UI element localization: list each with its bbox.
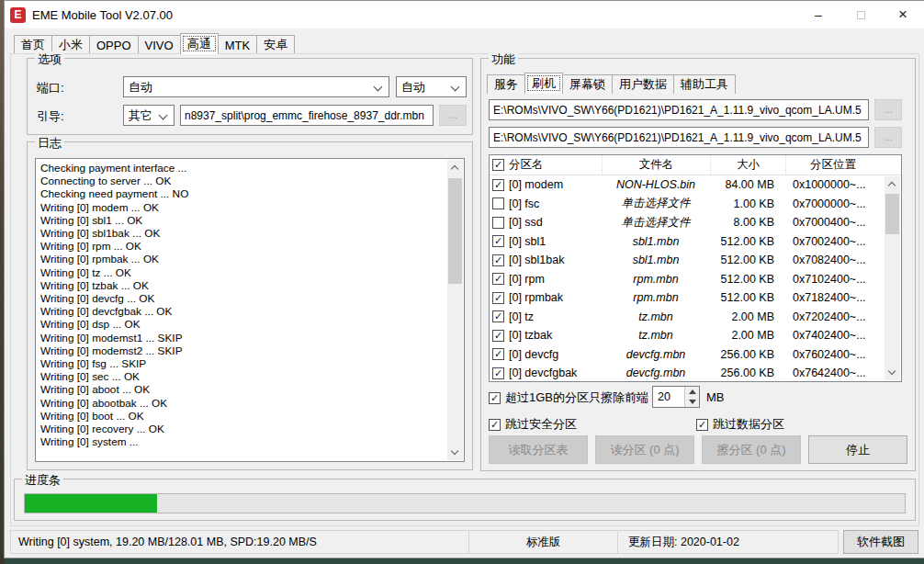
erase-head-size-value[interactable]: 20 [653, 387, 684, 407]
log-group-label: 日志 [35, 135, 64, 152]
table-row[interactable]: ✓[0] devcfgdevcfg.mbn256.00 KB0x7602400~… [490, 345, 885, 365]
maximize-icon [857, 11, 865, 19]
functions-group: 功能 服务刷机屏幕锁用户数据辅助工具 ... ... ✓ 分区名 文件名 大小 … [480, 58, 916, 471]
row-checkbox[interactable]: ✓ [492, 179, 504, 191]
action-button-row: 读取分区表读分区 (0 点)擦分区 (0 点)停止 [489, 435, 907, 464]
partition-file[interactable]: 单击选择文件 [602, 215, 710, 231]
erase-head-checkbox[interactable]: ✓ [489, 392, 501, 404]
partition-file[interactable]: sbl1.mbn [602, 254, 710, 266]
skip-secure-option[interactable]: ✓ 跳过安全分区 [489, 416, 577, 433]
scroll-up-icon[interactable] [447, 160, 463, 175]
partition-size: 1.00 KB [710, 197, 785, 210]
row-checkbox[interactable]: ✓ [492, 348, 504, 360]
skip-data-checkbox[interactable]: ✓ [696, 419, 708, 431]
main-tab-7[interactable]: 安卓 [256, 35, 295, 54]
progress-bar [24, 493, 906, 513]
action-button[interactable]: 读分区 (0 点) [595, 435, 694, 464]
table-row[interactable]: [0] ssd单击选择文件8.00 KB0x7000400~... [490, 213, 885, 232]
row-checkbox[interactable]: ✓ [492, 235, 504, 247]
functions-tab-4[interactable]: 用户数据 [612, 74, 674, 94]
partition-name: [0] rpm [509, 273, 545, 286]
minimize-button[interactable]: – [797, 1, 839, 28]
partition-file[interactable]: rpm.mbn [602, 291, 710, 304]
column-header[interactable]: 分区名 [509, 157, 544, 173]
progress-group-label: 进度条 [22, 472, 63, 489]
partition-file[interactable]: sbl1.mbn [602, 235, 710, 248]
screenshot-button[interactable]: 软件截图 [843, 530, 918, 554]
rom-path-input-2[interactable] [489, 127, 869, 148]
log-scrollbar[interactable] [447, 160, 463, 460]
stepper-down-icon[interactable] [685, 397, 699, 407]
scroll-down-icon[interactable] [447, 445, 463, 460]
partition-file[interactable]: tz.mbn [602, 310, 710, 323]
boot-browse-button[interactable]: ... [439, 105, 467, 126]
table-row[interactable]: ✓[0] devcfgbakdevcfg.mbn256.00 KB0x76424… [490, 364, 885, 381]
rom-path-input-1[interactable] [489, 99, 869, 120]
table-scrollbar[interactable] [885, 176, 900, 380]
log-group: 日志 Checking payment interface ... Connec… [27, 141, 473, 470]
main-tab-5[interactable]: 高通 [180, 33, 219, 54]
main-tab-4[interactable]: VIVO [138, 35, 181, 54]
table-row[interactable]: ✓[0] sbl1sbl1.mbn512.00 KB0x7002400~... [490, 232, 885, 252]
partition-name: [0] devcfg [509, 348, 558, 361]
stepper-up-icon[interactable] [685, 387, 699, 397]
row-checkbox[interactable] [492, 217, 504, 229]
rom-browse-button-1[interactable]: ... [874, 99, 902, 120]
table-row[interactable]: ✓[0] sbl1baksbl1.mbn512.00 KB0x7082400~.… [490, 251, 885, 270]
column-header[interactable]: 分区位置 [785, 155, 880, 175]
skip-data-option[interactable]: ✓ 跳过数据分区 [696, 416, 784, 433]
row-checkbox[interactable]: ✓ [492, 254, 504, 266]
rom-browse-button-2[interactable]: ... [874, 127, 902, 148]
close-button[interactable]: × [882, 1, 924, 28]
table-scrollbar-thumb[interactable] [885, 194, 899, 234]
erase-head-option[interactable]: ✓ 超过1GB的分区只擦除前端 [489, 389, 648, 406]
row-checkbox[interactable]: ✓ [492, 367, 504, 379]
row-checkbox[interactable]: ✓ [492, 330, 504, 342]
table-row[interactable]: ✓[0] rpmrpm.mbn512.00 KB0x7102400~... [490, 270, 885, 289]
functions-tab-3[interactable]: 屏幕锁 [562, 74, 613, 94]
partition-size: 8.00 KB [710, 216, 785, 229]
partition-file[interactable]: devcfg.mbn [602, 367, 710, 379]
erase-head-size-stepper[interactable]: 20 [652, 386, 700, 408]
column-header[interactable]: 大小 [710, 155, 785, 175]
row-checkbox[interactable]: ✓ [492, 310, 504, 322]
log-box[interactable]: Checking payment interface ... Connectin… [35, 158, 465, 462]
boot-file-input[interactable] [180, 105, 434, 126]
scroll-down-icon[interactable] [885, 365, 900, 380]
port-select[interactable]: 自动 [123, 76, 389, 97]
table-row[interactable]: ✓[0] modemNON-HLOS.bin84.00 MB0x1000000~… [490, 175, 885, 195]
row-checkbox[interactable] [492, 197, 504, 209]
log-scrollbar-thumb[interactable] [448, 178, 462, 284]
functions-tab-1[interactable]: 服务 [487, 74, 525, 94]
main-tab-3[interactable]: OPPO [89, 35, 139, 54]
functions-group-label: 功能 [489, 51, 518, 68]
partition-file[interactable]: NON-HLOS.bin [602, 178, 710, 191]
partition-position: 0x7002400~... [785, 235, 880, 248]
partition-size: 2.00 MB [710, 310, 785, 323]
table-row[interactable]: [0] fsc单击选择文件1.00 KB0x7000000~... [490, 195, 885, 214]
partition-file[interactable]: 单击选择文件 [602, 196, 710, 211]
log-text: Checking payment interface ... Connectin… [40, 162, 444, 458]
select-all-checkbox[interactable]: ✓ [492, 159, 504, 171]
row-checkbox[interactable]: ✓ [492, 273, 504, 285]
skip-secure-checkbox[interactable]: ✓ [489, 419, 501, 431]
table-row[interactable]: ✓[0] rpmbakrpm.mbn512.00 KB0x7182400~... [490, 288, 885, 308]
action-button[interactable]: 读取分区表 [489, 435, 588, 464]
partition-file[interactable]: tz.mbn [602, 329, 710, 342]
row-checkbox[interactable]: ✓ [492, 292, 504, 304]
action-button[interactable]: 擦分区 (0 点) [702, 435, 801, 464]
maximize-button[interactable] [839, 1, 882, 28]
table-row[interactable]: ✓[0] tzbaktz.mbn2.00 MB0x7402400~... [490, 326, 885, 345]
partition-file[interactable]: rpm.mbn [602, 273, 710, 286]
functions-tab-5[interactable]: 辅助工具 [673, 74, 736, 94]
column-header[interactable]: 文件名 [602, 155, 710, 175]
boot-type-select[interactable]: 其它 [123, 105, 175, 126]
functions-tab-2[interactable]: 刷机 [524, 73, 563, 94]
table-row[interactable]: ✓[0] tztz.mbn2.00 MB0x7202400~... [490, 308, 885, 327]
port-mode-select[interactable]: 自动 [396, 76, 467, 97]
scroll-up-icon[interactable] [885, 176, 900, 192]
title-bar: E EME Mobile Tool V2.07.00 – × [5, 1, 924, 28]
main-tab-6[interactable]: MTK [218, 35, 257, 54]
action-button[interactable]: 停止 [808, 435, 907, 464]
partition-file[interactable]: devcfg.mbn [602, 348, 710, 361]
